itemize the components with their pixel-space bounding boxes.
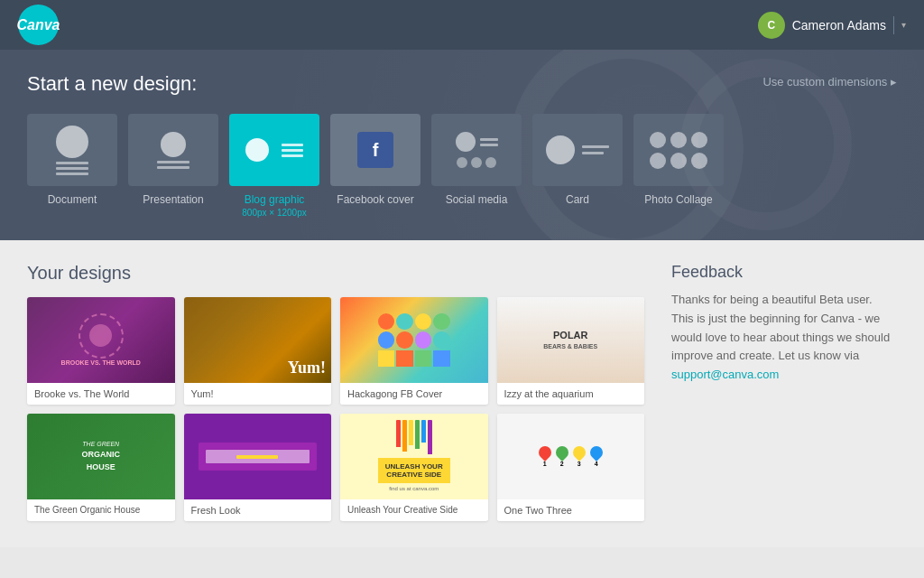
- design-card-label-map: One Two Three: [497, 499, 645, 521]
- card-icon-box: [532, 114, 623, 186]
- line-icon: [157, 161, 189, 163]
- presentation-icon: [157, 132, 189, 169]
- line-icon: [56, 162, 88, 164]
- social-dot: [457, 157, 467, 168]
- collage-dot: [670, 132, 687, 148]
- map-pins: 1 2 3 4: [539, 446, 603, 467]
- circle-icon: [56, 126, 88, 158]
- design-type-document[interactable]: Document: [27, 114, 117, 206]
- design-card-brooke[interactable]: BROOKE VS. THE WORLD Brooke vs. The Worl…: [27, 297, 175, 405]
- design-type-social-media[interactable]: Social media: [431, 114, 522, 206]
- design-thumbnail-map: 1 2 3 4: [497, 414, 645, 499]
- hack-cell: [433, 313, 450, 331]
- divider: [893, 16, 894, 34]
- design-thumbnail-unleash: UNLEASH YOURCREATIVE SIDE find us at can…: [340, 414, 488, 499]
- design-type-photo-collage[interactable]: Photo Collage: [633, 114, 724, 206]
- blog-graphic-icon-box: [229, 114, 319, 186]
- design-type-facebook-cover[interactable]: f Facebook cover: [330, 114, 420, 206]
- hack-cell: [396, 313, 413, 331]
- unleash-text: UNLEASH YOURCREATIVE SIDE: [378, 458, 450, 483]
- design-card-label-brooke: Brooke vs. The World: [27, 383, 175, 405]
- custom-dimensions-link[interactable]: Use custom dimensions ▸: [762, 75, 897, 89]
- brooke-content: BROOKE VS. THE WORLD: [61, 313, 141, 367]
- social-line: [480, 138, 498, 141]
- design-card-hackagong[interactable]: Hackagong FB Cover: [340, 297, 488, 405]
- organic-main: Organic: [82, 449, 121, 461]
- social-media-icon-box: [431, 114, 522, 186]
- design-types-container: Document Presentation: [27, 114, 897, 218]
- design-card-fresh[interactable]: Fresh Look: [184, 414, 332, 521]
- hack-cell: [433, 350, 450, 368]
- hack-cell: [415, 313, 432, 331]
- design-card-label-hackagong: Hackagong FB Cover: [340, 383, 488, 405]
- social-lines: [480, 132, 498, 152]
- design-card-izzy[interactable]: POLAR BEARS & BABIES Izzy at the aquariu…: [497, 297, 645, 405]
- map-pin-4: 4: [590, 446, 603, 467]
- card-circle: [546, 135, 575, 164]
- lines-icon: [56, 162, 88, 175]
- facebook-icon: f: [357, 132, 393, 168]
- main-content: Your designs BROOKE VS. THE WORLD Brooke…: [0, 240, 924, 547]
- pin-circle-3: [570, 443, 588, 461]
- hack-cell: [378, 313, 395, 331]
- collage-dot: [650, 132, 666, 148]
- organic-text: The Green Organic House: [82, 440, 121, 474]
- hero-title: Start a new design:: [27, 72, 897, 96]
- organic-house: House: [82, 461, 121, 474]
- hack-cell: [378, 350, 395, 368]
- collage-dot: [691, 153, 707, 169]
- design-card-organic[interactable]: The Green Organic House The Green Organi…: [27, 414, 175, 521]
- brooke-inner: [89, 324, 112, 347]
- pencil: [402, 420, 407, 452]
- facebook-cover-icon-box: f: [330, 114, 420, 186]
- user-area: C Cameron Adams ▾: [758, 12, 906, 39]
- design-type-card[interactable]: Card: [532, 114, 623, 206]
- social-dot: [471, 157, 482, 168]
- design-thumbnail-brooke: BROOKE VS. THE WORLD: [27, 297, 175, 383]
- hack-cell: [378, 331, 395, 349]
- design-type-label-facebook-cover: Facebook cover: [337, 193, 413, 206]
- design-type-label-social-media: Social media: [446, 193, 508, 206]
- hack-cell: [415, 350, 432, 368]
- pencil: [421, 420, 426, 443]
- fresh-content: [199, 443, 317, 471]
- line-icon: [56, 167, 88, 170]
- design-card-label-unleash: Unleash Your Creative Side: [340, 499, 488, 520]
- design-type-label-document: Document: [48, 193, 97, 206]
- map-pin-3: 3: [573, 446, 586, 467]
- polar-sub: BEARS & BABIES: [543, 342, 597, 351]
- logo-text: Canva: [16, 17, 60, 33]
- design-card-label-organic: The Green Organic House: [27, 499, 175, 520]
- organic-the: The Green: [82, 440, 121, 450]
- hack-cell: [415, 331, 432, 349]
- designs-grid: BROOKE VS. THE WORLD Brooke vs. The Worl…: [27, 297, 644, 405]
- pencil: [415, 420, 420, 449]
- lines-icon: [157, 161, 189, 169]
- line-icon: [56, 172, 88, 175]
- collage-dot: [670, 153, 687, 169]
- feedback-email-link[interactable]: support@canva.com: [671, 368, 779, 381]
- presentation-icon-box: [128, 114, 218, 186]
- design-type-presentation[interactable]: Presentation: [128, 114, 218, 206]
- design-card-map[interactable]: 1 2 3 4: [497, 414, 645, 521]
- card-line: [582, 145, 609, 148]
- pencils-row: [396, 420, 432, 454]
- polar-label: POLAR: [543, 329, 597, 342]
- blog-circle: [245, 138, 269, 162]
- logo[interactable]: Canva: [18, 5, 59, 45]
- card-line: [582, 152, 604, 154]
- blog-line: [282, 149, 303, 152]
- pin-circle-4: [587, 443, 605, 461]
- polar-text: POLAR BEARS & BABIES: [543, 329, 597, 351]
- brooke-text: BROOKE VS. THE WORLD: [61, 359, 141, 367]
- social-dots-row2: [457, 157, 496, 168]
- design-type-label-presentation: Presentation: [143, 193, 203, 206]
- designs-section-title: Your designs: [27, 263, 644, 284]
- chevron-down-icon[interactable]: ▾: [901, 20, 906, 30]
- design-card-unleash[interactable]: UNLEASH YOURCREATIVE SIDE find us at can…: [340, 414, 488, 521]
- card-lines: [582, 145, 609, 154]
- photo-collage-icon: [639, 121, 718, 180]
- social-line: [480, 144, 498, 146]
- design-type-blog-graphic[interactable]: Blog graphic 800px × 1200px: [229, 114, 319, 218]
- design-card-yum[interactable]: Yum! Yum!: [184, 297, 332, 405]
